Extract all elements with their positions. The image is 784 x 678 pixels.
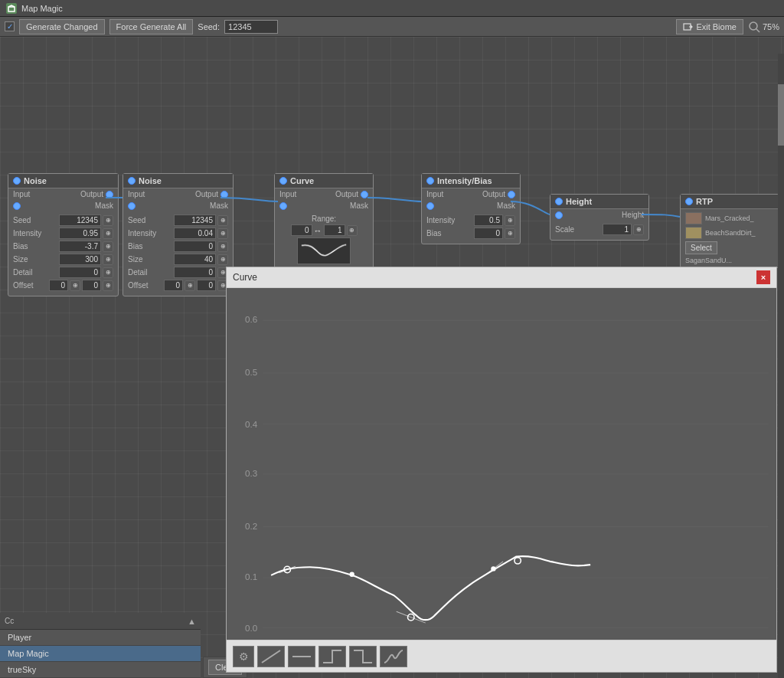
noise1-offset2-spin[interactable]: ⊕ (103, 280, 113, 291)
panel-item-mapmagic[interactable]: Map Magic (0, 646, 201, 662)
zoom-label: 75% (763, 22, 779, 31)
noise1-bias-input[interactable] (59, 241, 101, 252)
intensity-mask-dot[interactable] (426, 202, 434, 210)
noise-node-1[interactable]: Noise Input Output Mask Seed ⊕ (8, 173, 119, 296)
curve-preview[interactable] (297, 237, 351, 264)
rtp-dot (685, 198, 693, 205)
curve-node[interactable]: Curve Input Output Mask Range: ↔ ⊕ (274, 173, 374, 270)
svg-text:0.2: 0.2 (245, 521, 257, 531)
curve-mask-dot[interactable] (279, 202, 287, 210)
intensity-spin[interactable]: ⊕ (505, 215, 515, 226)
noise2-connector: Input Output (123, 188, 233, 200)
noise2-intensity-input[interactable] (174, 228, 216, 239)
curve-tool-smooth-button[interactable] (380, 646, 407, 667)
v-scrollbar-thumb[interactable] (778, 84, 784, 146)
zoom-icon (748, 21, 760, 33)
svg-text:0.50: 0.50 (630, 637, 648, 640)
noise1-offsety-input[interactable] (82, 280, 101, 291)
curve-range-max[interactable] (324, 224, 345, 236)
noise1-seed-row: Seed ⊕ (13, 215, 113, 226)
intensity-body: Intensity ⊕ Bias ⊕ (422, 211, 520, 244)
seed-input[interactable] (224, 20, 278, 34)
rtp-texture2-label: BeachSandDirt_ (705, 229, 756, 237)
noise1-intensity-input[interactable] (59, 228, 101, 239)
node-canvas[interactable]: Noise Input Output Mask Seed ⊕ (0, 37, 784, 678)
noise2-seed-spin[interactable]: ⊕ (217, 215, 228, 226)
curve-tool-step-left-button[interactable] (318, 646, 346, 667)
height-dot (555, 198, 563, 205)
curve-dialog-body[interactable]: 0.6 0.5 0.4 0.3 0.2 0.1 0.0 0.05 0.10 0.… (227, 288, 776, 640)
panel-item-player[interactable]: Player (0, 630, 201, 646)
noise2-seed-input[interactable] (174, 215, 216, 226)
v-scrollbar[interactable] (778, 54, 784, 678)
noise2-bias-input[interactable] (174, 241, 216, 252)
noise1-seed-input[interactable] (59, 215, 101, 226)
noise1-mask-connector: Mask (8, 200, 118, 211)
curve-plot[interactable]: 0.6 0.5 0.4 0.3 0.2 0.1 0.0 0.05 0.10 0.… (227, 288, 776, 640)
height-node[interactable]: Height Height Scale ⊕ (550, 194, 649, 241)
curve-range-spin[interactable]: ⊕ (347, 225, 358, 236)
panel-item-truesky[interactable]: trueSky (0, 662, 201, 678)
curve-tool-flat-button[interactable] (288, 646, 315, 667)
noise2-output-dot[interactable] (220, 191, 228, 198)
curve-mask-connector: Mask (275, 200, 373, 211)
svg-text:0.30: 0.30 (467, 637, 485, 640)
rtp-node[interactable]: RTP Mars_Cracked_ BeachSandDirt_ Select … (680, 194, 779, 268)
intensity-input[interactable] (474, 215, 503, 226)
bias-input[interactable] (474, 228, 503, 239)
height-scale-spin[interactable]: ⊕ (633, 224, 644, 235)
noise2-size-spin[interactable]: ⊕ (217, 254, 228, 265)
noise1-offset-spin[interactable]: ⊕ (70, 280, 80, 291)
curve-dialog-title: Curve (233, 272, 257, 283)
height-scale-row: Scale ⊕ (555, 224, 644, 235)
curve-dialog-close[interactable]: × (756, 270, 770, 284)
generate-changed-checkbox[interactable] (5, 21, 15, 31)
noise1-detail-spin[interactable]: ⊕ (103, 267, 113, 278)
bias-spin[interactable]: ⊕ (505, 228, 515, 239)
noise2-offsetx-input[interactable] (164, 280, 183, 291)
noise1-intensity-spin[interactable]: ⊕ (103, 228, 113, 239)
curve-output-dot[interactable] (361, 191, 368, 198)
rtp-select-button[interactable]: Select (685, 241, 717, 254)
noise1-mask-dot[interactable] (13, 202, 21, 210)
noise1-output-dot[interactable] (106, 191, 113, 198)
noise-node-2-header: Noise (123, 174, 233, 188)
noise2-seed-row: Seed ⊕ (128, 215, 228, 226)
height-input-dot[interactable] (555, 211, 563, 219)
noise2-size-row: Size ⊕ (128, 254, 228, 265)
noise1-offsetx-input[interactable] (49, 280, 68, 291)
svg-text:0.6: 0.6 (245, 314, 257, 324)
seed-label: Seed: (198, 22, 220, 31)
curve-tool-line-button[interactable] (257, 646, 285, 667)
noise2-intensity-spin[interactable]: ⊕ (217, 228, 228, 239)
exit-biome-button[interactable]: Exit Biome (676, 19, 743, 34)
intensity-output-dot[interactable] (508, 191, 515, 198)
noise2-mask-dot[interactable] (128, 202, 136, 210)
noise2-detail-input[interactable] (174, 267, 216, 278)
svg-rect-4 (227, 288, 776, 640)
noise1-size-spin[interactable]: ⊕ (103, 254, 113, 265)
noise2-dot (128, 177, 136, 185)
curve-tool-step-right-button[interactable] (349, 646, 377, 667)
noise2-mask-connector: Mask (123, 200, 233, 211)
toolbar: Generate Changed Force Generate All Seed… (0, 17, 784, 37)
height-scale-input[interactable] (603, 224, 632, 235)
noise-node-2[interactable]: Noise Input Output Mask Seed ⊕ (122, 173, 234, 296)
generate-changed-button[interactable]: Generate Changed (19, 19, 105, 34)
noise1-size-input[interactable] (59, 254, 101, 265)
noise2-bias-spin[interactable]: ⊕ (217, 241, 228, 252)
noise2-offsety-input[interactable] (197, 280, 216, 291)
intensity-bias-node[interactable]: Intensity/Bias Input Output Mask Intensi… (421, 173, 521, 244)
svg-text:0.25: 0.25 (426, 637, 443, 640)
rtp-texture3-label: SaganSandU... (685, 257, 774, 264)
bottom-panel-collapse[interactable]: ▲ (188, 617, 196, 626)
noise1-bias-spin[interactable]: ⊕ (103, 241, 113, 252)
force-generate-button[interactable]: Force Generate All (109, 19, 194, 34)
curve-range-min[interactable] (291, 224, 312, 236)
noise1-detail-input[interactable] (59, 267, 101, 278)
noise1-seed-spin[interactable]: ⊕ (103, 215, 113, 226)
curve-gear-button[interactable]: ⚙ (233, 646, 254, 667)
noise2-offset-spin[interactable]: ⊕ (185, 280, 195, 291)
noise2-size-input[interactable] (174, 254, 216, 265)
svg-text:0.4: 0.4 (245, 419, 258, 429)
